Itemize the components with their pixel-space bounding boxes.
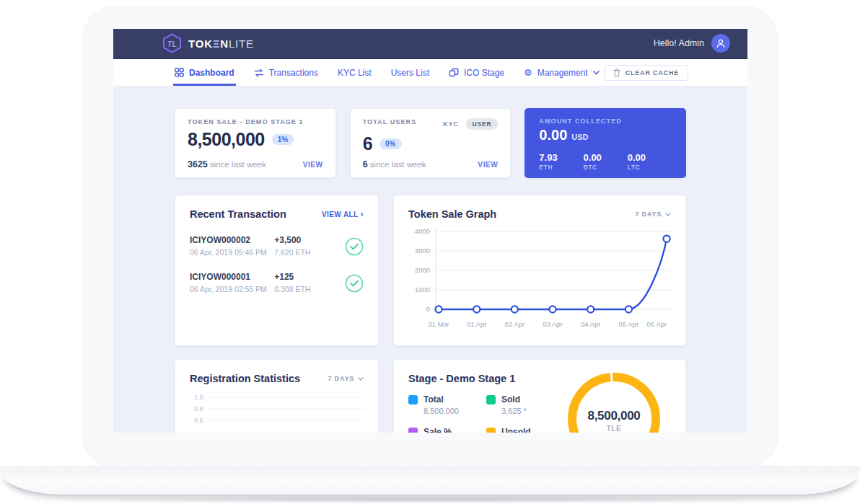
chevron-down-icon <box>593 71 600 75</box>
total-users-label: TOTAL USERS <box>363 118 417 125</box>
gauge-total-value: 8,500,000 <box>560 409 668 423</box>
tab-label: ICO Stage <box>464 68 504 78</box>
legend-item-unsold: Unsold <box>486 427 564 433</box>
total-users-view-link[interactable]: VIEW <box>478 161 498 169</box>
tab-dashboard[interactable]: Dashboard <box>175 59 234 86</box>
transaction-row: ICIYOW000001 06 Apr, 2019 02:55 PM +125 … <box>190 272 364 293</box>
greeting-text: Hello! Admin <box>654 38 704 48</box>
legend-swatch-total <box>408 395 418 404</box>
transaction-eth: 7.620 ETH <box>274 248 342 257</box>
sub-navigation: Dashboard Transactions KYC List Users Li… <box>113 59 747 87</box>
clear-cache-button[interactable]: CLEAR CACHE <box>604 65 688 81</box>
svg-text:04 Apr: 04 Apr <box>581 320 600 328</box>
amount-usd-value: 0.00 <box>539 127 567 143</box>
svg-text:1.0: 1.0 <box>194 394 203 401</box>
recent-transactions-card: Recent Transaction VIEW ALL› ICIYOW00000… <box>175 195 379 346</box>
tab-label: Users List <box>391 68 429 78</box>
transaction-amount: +125 <box>274 272 342 282</box>
svg-text:2000: 2000 <box>415 266 430 274</box>
transaction-date: 06 Apr, 2019 05:46 PM <box>190 248 274 257</box>
token-graph-range-dropdown[interactable]: 7 DAYS <box>636 211 672 218</box>
svg-text:03 Apr: 03 Apr <box>543 320 562 328</box>
cube-icon <box>449 68 459 77</box>
caret-down-icon <box>358 377 364 381</box>
svg-text:TL: TL <box>167 40 177 48</box>
stage-gauge: 8,500,000 TLE <box>560 368 668 433</box>
tab-ico-stage[interactable]: ICO Stage <box>449 59 504 86</box>
token-sale-graph-card: Token Sale Graph 7 DAYS 0100020003000400… <box>393 195 686 346</box>
token-sale-line-chart: 0100020003000400031 Mar01 Apr02 Apr03 Ap… <box>408 224 672 332</box>
svg-text:1000: 1000 <box>415 286 430 293</box>
recent-transactions-title: Recent Transaction <box>190 208 286 220</box>
check-circle-icon <box>345 237 364 256</box>
device-shadow <box>22 496 838 503</box>
transaction-id: ICIYOW000001 <box>190 272 274 282</box>
legend-item-sold: Sold 3,625 * <box>486 394 564 415</box>
tokenlite-logo-icon: TL <box>162 33 182 53</box>
tab-label: Transactions <box>269 68 318 78</box>
users-kyc-toggle: KYC USER <box>443 118 498 130</box>
top-navbar: TL TOKΞNLITE Hello! Admin <box>113 29 747 59</box>
gauge-token-unit: TLE <box>560 425 668 433</box>
legend-swatch-sold <box>486 395 496 404</box>
svg-text:3000: 3000 <box>415 247 430 255</box>
dashboard-content: TOKEN SALE - DEMO STAGE 1 8,500,000 1% 3… <box>113 87 747 433</box>
amount-usd-unit: USD <box>571 133 588 141</box>
transaction-date: 06 Apr, 2019 02:55 PM <box>190 285 274 293</box>
person-icon <box>716 38 726 48</box>
svg-text:06 Apr: 06 Apr <box>647 320 667 328</box>
legend-item-sale-pct: Sale % <box>408 427 486 433</box>
tab-transactions[interactable]: Transactions <box>254 59 318 86</box>
registration-statistics-chart: 1.00.80.6 <box>190 389 365 433</box>
brand[interactable]: TL TOKΞNLITE <box>162 33 254 53</box>
amount-collected-label: AMOUNT COLLECTED <box>539 118 672 125</box>
caret-down-icon <box>665 213 671 216</box>
legend-swatch-unsold <box>486 428 496 433</box>
token-sale-graph-title: Token Sale Graph <box>408 208 496 220</box>
user-toggle-option[interactable]: USER <box>466 118 499 130</box>
tab-users-list[interactable]: Users List <box>391 59 429 86</box>
kyc-toggle-option[interactable]: KYC <box>443 120 458 128</box>
transaction-eth: 0.308 ETH <box>274 285 342 293</box>
swap-icon <box>254 68 264 77</box>
token-sale-card: TOKEN SALE - DEMO STAGE 1 8,500,000 1% 3… <box>175 108 336 178</box>
token-sale-label: TOKEN SALE - DEMO STAGE 1 <box>188 118 323 125</box>
total-users-value: 6 <box>363 133 372 154</box>
legend-item-total: Total 8,500,000 <box>408 394 486 415</box>
coin-eth: 7.93 ETH <box>539 152 583 171</box>
token-sale-value: 8,500,000 <box>188 129 265 150</box>
grid-icon <box>175 68 184 77</box>
tab-kyc-list[interactable]: KYC List <box>338 59 372 86</box>
device-base <box>0 466 860 495</box>
total-users-change-badge: 0% <box>379 138 401 149</box>
tab-label: KYC List <box>338 68 372 78</box>
chevron-right-icon: › <box>361 210 364 218</box>
registration-statistics-title: Registration Statistics <box>190 373 300 384</box>
coin-ltc: 0.00 LTC <box>628 152 672 171</box>
tab-label: Management <box>538 68 588 78</box>
user-avatar[interactable] <box>711 34 730 53</box>
amount-collected-card: AMOUNT COLLECTED 0.00 USD 7.93 ETH 0.00 … <box>525 108 686 178</box>
legend-swatch-sale-pct <box>408 428 418 433</box>
check-circle-icon <box>345 274 364 293</box>
transaction-amount: +3,500 <box>274 235 342 245</box>
token-sale-change-badge: 1% <box>272 134 294 145</box>
token-sale-view-link[interactable]: VIEW <box>303 161 323 169</box>
brand-wordmark: TOKΞNLITE <box>188 37 254 50</box>
page: TL TOKΞNLITE Hello! Admin <box>0 0 860 504</box>
registration-range-dropdown[interactable]: 7 DAYS <box>328 375 364 382</box>
tab-management[interactable]: ⚙ Management <box>524 59 600 86</box>
token-sale-delta: 3625since last week <box>188 159 266 169</box>
view-all-link[interactable]: VIEW ALL› <box>322 210 364 218</box>
stage-card: Stage - Demo Stage 1 Total 8,500,000 <box>393 359 686 433</box>
coin-btc: 0.00 BTC <box>584 152 628 171</box>
transaction-id: ICIYOW000002 <box>190 235 274 245</box>
svg-text:4000: 4000 <box>415 227 430 235</box>
total-users-delta: 6since last week <box>363 159 426 169</box>
svg-text:01 Apr: 01 Apr <box>467 320 486 328</box>
svg-text:0: 0 <box>426 305 430 313</box>
svg-text:02 Apr: 02 Apr <box>505 320 525 328</box>
svg-text:0.8: 0.8 <box>194 405 203 412</box>
transaction-row: ICIYOW000002 06 Apr, 2019 05:46 PM +3,50… <box>190 235 364 257</box>
registration-statistics-card: Registration Statistics 7 DAYS 1.00.80.6 <box>175 359 379 433</box>
